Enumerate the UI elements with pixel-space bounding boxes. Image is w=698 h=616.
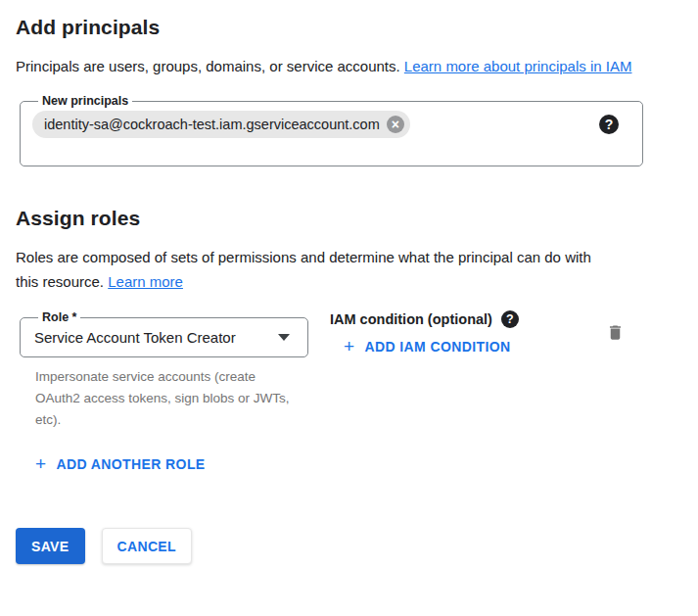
role-select[interactable]: Role * Service Account Token Creator: [20, 310, 308, 357]
principals-help-icon[interactable]: ?: [599, 115, 619, 134]
chevron-down-icon: [278, 334, 290, 341]
trash-icon: [606, 322, 625, 343]
add-principals-panel: Add principals Principals are users, gro…: [0, 16, 698, 616]
add-iam-condition-label: ADD IAM CONDITION: [365, 339, 511, 355]
iam-condition-column: IAM condition (optional) ? + ADD IAM CON…: [330, 310, 519, 356]
principals-description: Principals are users, groups, domains, o…: [16, 54, 657, 78]
role-column: Role * Service Account Token Creator Imp…: [20, 310, 308, 431]
action-buttons: SAVE CANCEL: [16, 528, 698, 564]
iam-condition-label-row: IAM condition (optional) ?: [330, 310, 519, 328]
save-button[interactable]: SAVE: [16, 528, 85, 564]
new-principals-label: New principals: [38, 94, 132, 108]
role-value-row: Service Account Token Creator: [32, 324, 296, 356]
learn-more-principals-link[interactable]: Learn more about principals in IAM: [404, 58, 632, 74]
plus-icon: +: [35, 456, 47, 472]
add-another-role-label: ADD ANOTHER ROLE: [57, 456, 206, 472]
assign-roles-title: Assign roles: [16, 207, 682, 230]
delete-role-button[interactable]: [606, 322, 625, 343]
cancel-button[interactable]: CANCEL: [102, 528, 192, 564]
chip-close-icon[interactable]: ×: [387, 116, 404, 133]
add-another-role-button[interactable]: + ADD ANOTHER ROLE: [35, 456, 206, 472]
role-selected-value: Service Account Token Creator: [34, 329, 236, 346]
new-principals-input[interactable]: New principals identity-sa@cockroach-tes…: [20, 94, 643, 166]
plus-icon: +: [344, 339, 355, 355]
roles-description: Roles are composed of sets of permission…: [16, 245, 603, 294]
role-helper-text: Impersonate service accounts (create OAu…: [35, 366, 292, 431]
principal-chip-label: identity-sa@cockroach-test.iam.gservicea…: [44, 117, 380, 132]
principal-chip-row: identity-sa@cockroach-test.iam.gservicea…: [32, 108, 630, 138]
role-label: Role *: [38, 310, 80, 324]
roles-description-text: Roles are composed of sets of permission…: [16, 249, 591, 290]
role-row: Role * Service Account Token Creator Imp…: [20, 310, 682, 431]
iam-condition-help-icon[interactable]: ?: [501, 310, 519, 328]
principal-chip: identity-sa@cockroach-test.iam.gservicea…: [32, 111, 410, 138]
page-title: Add principals: [16, 16, 682, 39]
add-iam-condition-button[interactable]: + ADD IAM CONDITION: [344, 339, 511, 355]
iam-condition-label: IAM condition (optional): [330, 311, 492, 327]
learn-more-roles-link[interactable]: Learn more: [108, 273, 183, 290]
principals-description-text: Principals are users, groups, domains, o…: [16, 58, 404, 74]
